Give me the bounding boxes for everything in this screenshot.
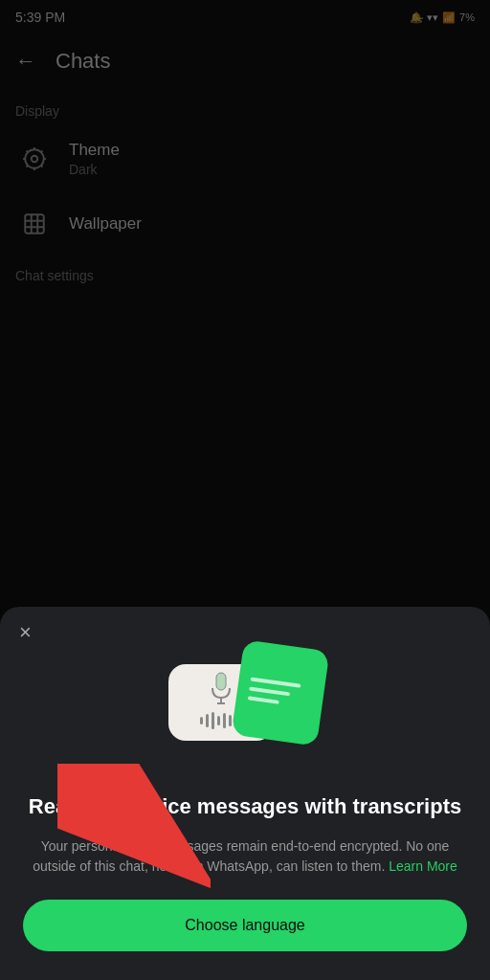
svg-rect-15 [216, 673, 226, 690]
modal-overlay: × [0, 0, 490, 980]
green-card [231, 640, 329, 747]
modal-description-text: Your personal voice messages remain end-… [33, 838, 449, 874]
modal-description: Your personal voice messages remain end-… [23, 836, 467, 877]
modal-title: Read your voice messages with transcript… [23, 792, 467, 821]
voice-transcript-illustration [159, 635, 331, 769]
choose-language-button[interactable]: Choose language [23, 900, 467, 951]
learn-more-link[interactable]: Learn More [389, 858, 457, 874]
modal-close-button[interactable]: × [19, 622, 32, 643]
modal-sheet: × [0, 607, 490, 980]
modal-illustration [23, 635, 467, 769]
mic-icon [208, 671, 234, 707]
